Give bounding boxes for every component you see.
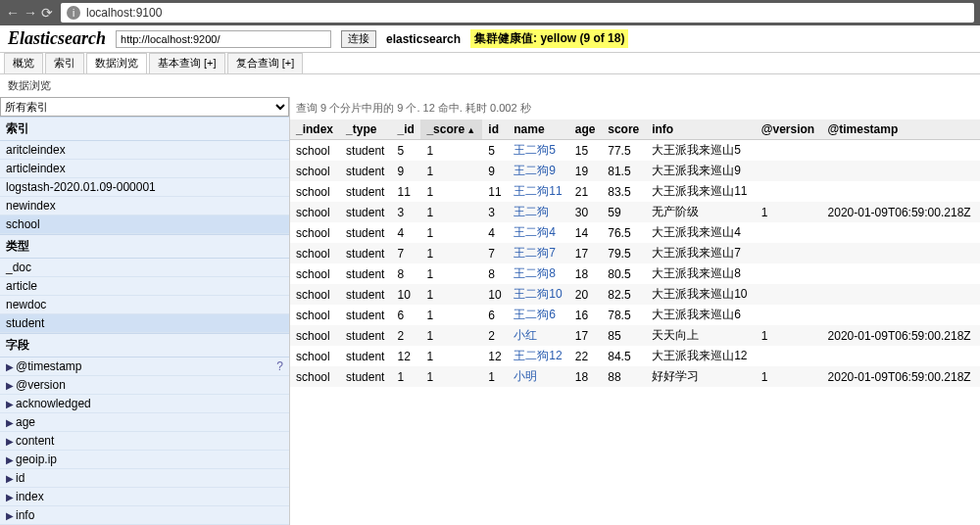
sidebar-item-label: content	[16, 434, 54, 448]
sidebar-item[interactable]: ▶info	[0, 506, 289, 525]
tab-3[interactable]: 基本查询 [+]	[149, 53, 225, 73]
table-cell: 王二狗8	[508, 263, 569, 284]
col-header[interactable]: @version	[756, 119, 822, 140]
table-cell: 85	[602, 325, 646, 346]
connect-button[interactable]: 连接	[341, 30, 376, 48]
cluster-url-input[interactable]	[116, 30, 331, 48]
results-status: 查询 9 个分片中用的 9 个. 12 命中. 耗时 0.002 秒	[290, 97, 980, 119]
browser-bar: ← → ⟳ i localhost:9100	[0, 0, 980, 25]
tab-1[interactable]: 索引	[45, 53, 84, 73]
sidebar-item[interactable]: student	[0, 314, 289, 333]
reload-icon[interactable]: ⟳	[41, 5, 53, 21]
sidebar-item[interactable]: newindex	[0, 197, 289, 215]
forward-icon[interactable]: →	[24, 5, 37, 21]
sidebar-item[interactable]: _doc	[0, 259, 289, 277]
table-row[interactable]: schoolstudent111小明1888好好学习12020-01-09T06…	[290, 366, 980, 387]
sidebar-item[interactable]: ▶age	[0, 413, 289, 432]
table-cell: school	[290, 366, 340, 387]
table-cell: 1	[756, 202, 822, 222]
url-bar[interactable]: i localhost:9100	[61, 3, 974, 23]
table-cell: 2020-01-09T06:59:00.218Z	[822, 202, 980, 222]
table-cell: 17	[569, 243, 602, 263]
table-cell: 王二狗7	[508, 243, 569, 263]
table-row[interactable]: schoolstudent515王二狗51577.5大王派我来巡山5	[290, 140, 980, 162]
table-cell: 2	[482, 325, 508, 346]
sidebar-item-label: id	[16, 471, 24, 485]
sidebar-item-label: article	[6, 279, 37, 293]
index-select[interactable]: 所有索引	[0, 97, 289, 117]
table-cell: 天天向上	[646, 325, 756, 346]
table-cell: school	[290, 263, 340, 284]
table-row[interactable]: schoolstudent11111王二狗112183.5大王派我来巡山11	[290, 181, 980, 202]
sidebar-item[interactable]: ▶content	[0, 432, 289, 451]
sidebar-item[interactable]: ▶acknowledged	[0, 395, 289, 413]
table-cell	[756, 346, 822, 366]
app-title: Elasticsearch	[8, 28, 106, 49]
table-cell	[756, 243, 822, 263]
page-subtitle: 数据浏览	[0, 74, 980, 97]
table-cell	[822, 161, 980, 181]
table-cell: 王二狗10	[508, 284, 569, 305]
sidebar-item[interactable]: ▶@version	[0, 376, 289, 395]
table-row[interactable]: schoolstudent212小红1785天天向上12020-01-09T06…	[290, 325, 980, 346]
tab-0[interactable]: 概览	[4, 53, 43, 73]
sidebar-item[interactable]: article	[0, 277, 289, 296]
sidebar-item[interactable]: articleindex	[0, 160, 289, 178]
sidebar-item[interactable]: school	[0, 215, 289, 234]
col-header[interactable]: id	[482, 119, 508, 140]
sidebar-item-label: geoip.ip	[16, 453, 57, 466]
table-row[interactable]: schoolstudent313王二狗3059无产阶级12020-01-09T0…	[290, 202, 980, 222]
expand-icon: ▶	[6, 510, 14, 521]
back-icon[interactable]: ←	[6, 5, 20, 21]
sidebar-item[interactable]: newdoc	[0, 296, 289, 314]
tab-4[interactable]: 复合查询 [+]	[227, 53, 304, 73]
table-cell: school	[290, 202, 340, 222]
sidebar-item[interactable]: ▶geoip.ip	[0, 451, 289, 469]
expand-icon: ▶	[6, 454, 14, 465]
health-badge: 集群健康值: yellow (9 of 18)	[470, 29, 628, 48]
table-row[interactable]: schoolstudent818王二狗81880.5大王派我来巡山8	[290, 263, 980, 284]
tabs: 概览索引数据浏览基本查询 [+]复合查询 [+]	[0, 53, 980, 74]
table-cell: school	[290, 181, 340, 202]
col-header[interactable]: _type	[340, 119, 391, 140]
col-header[interactable]: _score▲	[420, 119, 482, 140]
table-cell: school	[290, 161, 340, 181]
sidebar-item[interactable]: aritcleindex	[0, 141, 289, 160]
col-header[interactable]: _index	[290, 119, 340, 140]
col-header[interactable]: score	[602, 119, 646, 140]
tab-2[interactable]: 数据浏览	[86, 53, 147, 73]
sidebar-item[interactable]: ▶@timestamp?	[0, 358, 289, 376]
table-cell: 2020-01-09T06:59:00.218Z	[822, 325, 980, 346]
table-row[interactable]: schoolstudent717王二狗71779.5大王派我来巡山7	[290, 243, 980, 263]
col-header[interactable]: @timestamp	[822, 119, 980, 140]
table-cell: 1	[420, 202, 482, 222]
table-cell: 5	[482, 140, 508, 162]
table-cell: 8	[391, 263, 420, 284]
sidebar-item[interactable]: ▶id	[0, 469, 289, 488]
table-cell	[756, 305, 822, 325]
table-row[interactable]: schoolstudent616王二狗61678.5大王派我来巡山6	[290, 305, 980, 325]
col-header[interactable]: info	[646, 119, 756, 140]
table-cell: 王二狗12	[508, 346, 569, 366]
sidebar-item-label: @version	[16, 378, 66, 392]
table-row[interactable]: schoolstudent12112王二狗122284.5大王派我来巡山12	[290, 346, 980, 366]
sidebar-item[interactable]: logstash-2020.01.09-000001	[0, 178, 289, 197]
table-cell: 小红	[508, 325, 569, 346]
table-row[interactable]: schoolstudent414王二狗41476.5大王派我来巡山4	[290, 222, 980, 243]
col-header[interactable]: age	[569, 119, 602, 140]
table-cell: 王二狗4	[508, 222, 569, 243]
table-row[interactable]: schoolstudent10110王二狗102082.5大王派我来巡山10	[290, 284, 980, 305]
nav-arrows: ← → ⟳	[6, 5, 53, 21]
table-cell: student	[340, 181, 391, 202]
table-row[interactable]: schoolstudent919王二狗91981.5大王派我来巡山9	[290, 161, 980, 181]
results: 查询 9 个分片中用的 9 个. 12 命中. 耗时 0.002 秒 _inde…	[290, 97, 980, 525]
col-header[interactable]: _id	[391, 119, 420, 140]
help-icon[interactable]: ?	[276, 359, 283, 373]
col-header[interactable]: name	[508, 119, 569, 140]
sidebar-item[interactable]: ▶index	[0, 488, 289, 506]
table-cell: 1	[391, 366, 420, 387]
table-cell: 12	[482, 346, 508, 366]
table-cell: 81.5	[602, 161, 646, 181]
table-cell: 6	[482, 305, 508, 325]
table-cell: 1	[420, 222, 482, 243]
